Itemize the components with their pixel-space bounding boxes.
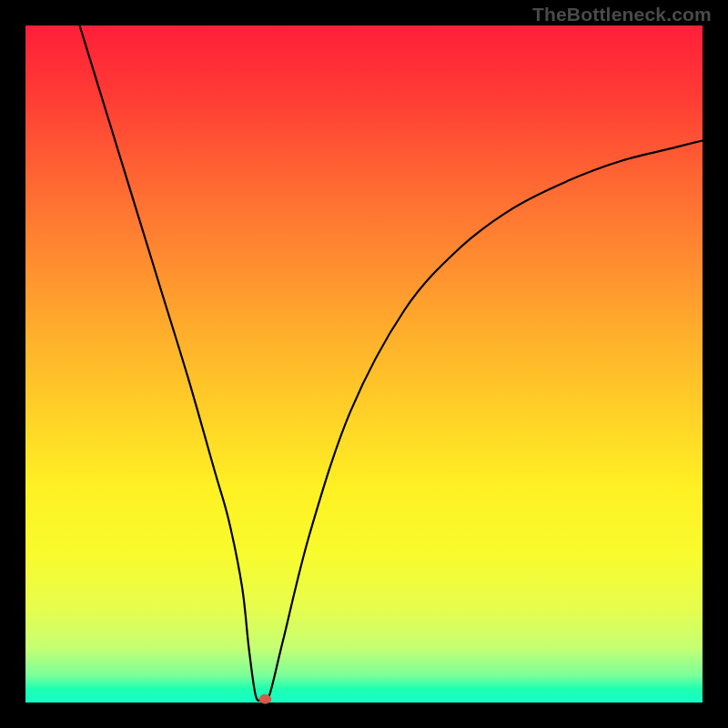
chart-frame: TheBottleneck.com — [0, 0, 728, 728]
minimum-marker — [259, 694, 271, 703]
plot-area — [25, 25, 703, 703]
curve-svg — [25, 25, 703, 703]
bottleneck-curve — [80, 25, 703, 701]
watermark-text: TheBottleneck.com — [532, 4, 712, 25]
